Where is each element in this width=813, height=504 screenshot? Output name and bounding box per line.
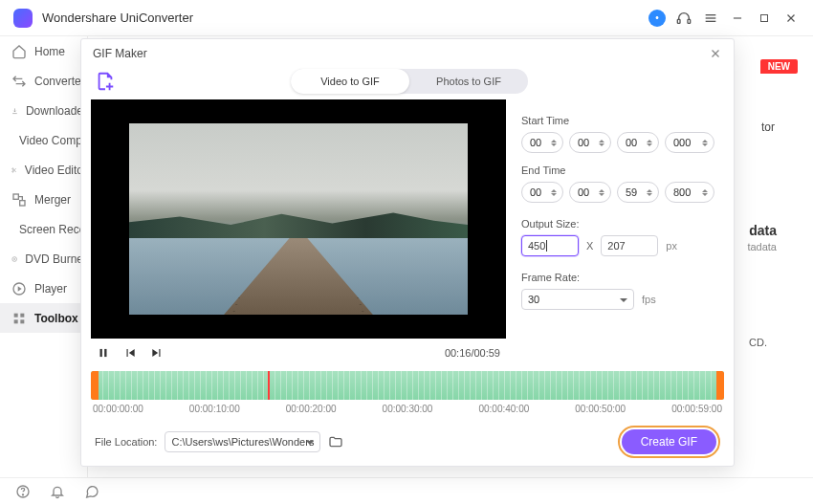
sidebar-item-converter[interactable]: Converter xyxy=(0,66,87,96)
converter-icon xyxy=(11,74,27,89)
sidebar-item-label: Home xyxy=(34,45,65,58)
file-location-select[interactable]: C:\Users\ws\Pictures\Wonders xyxy=(165,431,320,452)
ruler-tick: 00:00:59:00 xyxy=(671,404,722,414)
avatar[interactable]: • xyxy=(648,10,666,27)
svg-rect-0 xyxy=(677,19,680,23)
next-button[interactable] xyxy=(150,346,164,360)
ruler-tick: 00:00:00:00 xyxy=(93,404,143,414)
frame-rate-select[interactable]: 30 xyxy=(521,289,634,310)
svg-point-18 xyxy=(12,256,17,261)
svg-point-11 xyxy=(12,170,13,171)
sidebar-item-dvd[interactable]: DVD Burner xyxy=(0,244,87,274)
output-size-label: Output Size: xyxy=(521,218,724,230)
home-icon xyxy=(11,44,27,59)
svg-rect-6 xyxy=(761,14,768,21)
ruler-tick: 00:00:50:00 xyxy=(575,404,626,414)
download-icon xyxy=(11,103,18,119)
new-badge: NEW xyxy=(760,59,798,74)
svg-rect-14 xyxy=(13,194,18,199)
start-hh[interactable]: 00 xyxy=(521,132,563,153)
svg-rect-15 xyxy=(20,200,25,205)
file-location-label: File Location: xyxy=(95,436,157,448)
window-close[interactable] xyxy=(782,10,800,27)
frame-rate-label: Frame Rate: xyxy=(521,272,724,283)
window-maximize[interactable] xyxy=(756,10,773,27)
sidebar-item-merger[interactable]: Merger xyxy=(0,185,87,214)
timeline-track[interactable] xyxy=(91,371,724,400)
modal-footer: File Location: C:\Users\ws\Pictures\Wond… xyxy=(91,426,724,466)
gif-maker-modal: GIF Maker Video to GIF Photos to GIF xyxy=(80,38,735,467)
bg-text-partial: tor xyxy=(761,121,775,134)
start-ss[interactable]: 00 xyxy=(617,132,659,153)
output-width-input[interactable]: 450 xyxy=(521,235,579,256)
size-unit: px xyxy=(666,240,677,252)
sidebar-item-label: Merger xyxy=(34,193,71,207)
svg-rect-1 xyxy=(688,19,691,23)
ruler-tick: 00:00:40:00 xyxy=(478,404,529,414)
video-thumbnail xyxy=(129,123,468,315)
start-mm[interactable]: 00 xyxy=(569,132,611,153)
sidebar-item-compressor[interactable]: Video Compressor xyxy=(0,125,87,155)
video-preview[interactable] xyxy=(91,99,506,339)
svg-point-26 xyxy=(22,493,23,494)
playback-controls: 00:16/00:59 xyxy=(91,339,506,367)
disc-icon xyxy=(11,252,17,267)
sidebar-item-label: Video Compressor xyxy=(19,134,87,147)
bell-icon[interactable] xyxy=(50,484,65,499)
ruler-tick: 00:00:30:00 xyxy=(383,404,433,414)
sidebar-item-toolbox[interactable]: Toolbox xyxy=(0,303,87,333)
ruler-tick: 00:00:20:00 xyxy=(286,404,337,414)
menu-icon[interactable] xyxy=(702,10,719,27)
headset-icon[interactable] xyxy=(675,10,692,27)
tab-photos-to-gif[interactable]: Photos to GIF xyxy=(409,69,528,94)
output-height-input[interactable]: 207 xyxy=(601,235,658,256)
fps-unit: fps xyxy=(642,294,656,305)
sidebar-item-home[interactable]: Home xyxy=(0,36,87,66)
sidebar-item-label: Screen Recorder xyxy=(19,223,87,236)
timeline-ruler: 00:00:00:00 00:00:10:00 00:00:20:00 00:0… xyxy=(91,404,724,414)
trim-handle-end[interactable] xyxy=(716,371,724,400)
tab-video-to-gif[interactable]: Video to GIF xyxy=(291,69,409,94)
sidebar-item-recorder[interactable]: Screen Recorder xyxy=(0,214,87,244)
sidebar-item-player[interactable]: Player xyxy=(0,274,87,303)
pause-button[interactable] xyxy=(97,346,110,360)
end-hh[interactable]: 00 xyxy=(521,182,563,203)
trim-handle-start[interactable] xyxy=(91,371,99,400)
sidebar-item-downloader[interactable]: Downloader xyxy=(0,96,87,125)
create-gif-button[interactable]: Create GIF xyxy=(622,429,716,454)
end-ms[interactable]: 800 xyxy=(665,182,714,203)
add-media-button[interactable] xyxy=(95,70,116,93)
svg-point-19 xyxy=(14,258,15,259)
merge-icon xyxy=(11,192,27,208)
scissors-icon xyxy=(11,163,17,178)
end-ss[interactable]: 59 xyxy=(617,182,659,203)
end-mm[interactable]: 00 xyxy=(569,182,611,203)
sidebar-item-label: Video Editor xyxy=(25,164,87,177)
create-gif-highlight: Create GIF xyxy=(618,426,720,458)
mode-tabs: Video to GIF Photos to GIF xyxy=(291,69,528,94)
ruler-tick: 00:00:10:00 xyxy=(189,404,240,414)
window-minimize[interactable] xyxy=(729,10,746,27)
svg-rect-24 xyxy=(20,319,24,323)
svg-rect-30 xyxy=(104,349,106,357)
timeline: 00:00:00:00 00:00:10:00 00:00:20:00 00:0… xyxy=(91,371,724,414)
prev-button[interactable] xyxy=(123,346,137,360)
svg-rect-22 xyxy=(20,313,24,317)
playhead[interactable] xyxy=(268,371,270,400)
modal-close-button[interactable] xyxy=(709,47,722,60)
modal-header: GIF Maker xyxy=(81,39,734,67)
time-display: 00:16/00:59 xyxy=(445,347,500,359)
sidebar-item-label: Converter xyxy=(34,75,85,88)
open-folder-button[interactable] xyxy=(328,434,343,449)
svg-rect-29 xyxy=(100,349,102,357)
help-icon[interactable] xyxy=(15,484,31,499)
sidebar-item-label: Toolbox xyxy=(34,312,78,325)
svg-point-10 xyxy=(12,167,13,168)
start-ms[interactable]: 000 xyxy=(665,132,714,153)
modal-title: GIF Maker xyxy=(93,47,147,60)
chat-icon[interactable] xyxy=(84,484,99,499)
svg-rect-21 xyxy=(14,313,18,317)
sidebar-item-editor[interactable]: Video Editor xyxy=(0,155,87,185)
bottombar xyxy=(0,477,813,504)
grid-icon xyxy=(11,311,27,326)
